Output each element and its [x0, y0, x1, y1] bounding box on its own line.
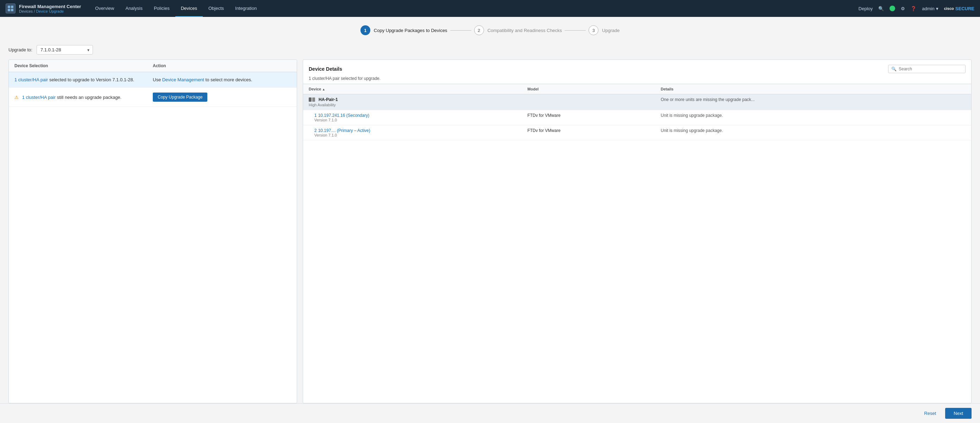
- table-row: 2 10.197.... (Primary – Active) Version …: [303, 125, 971, 140]
- step-3-circle: 3: [589, 25, 598, 35]
- device-management-link[interactable]: Device Management: [162, 77, 204, 82]
- stepper: 1 Copy Upgrade Packages to Devices 2 Com…: [8, 25, 972, 35]
- nav-integration[interactable]: Integration: [229, 0, 262, 17]
- row1-selection: 1 cluster/HA pair selected to upgrade to…: [14, 77, 153, 82]
- app-logo-icon: [6, 3, 16, 13]
- row2-text: still needs an upgrade package.: [57, 95, 122, 100]
- dev1-details-cell: Unit is missing upgrade package.: [655, 110, 971, 125]
- breadcrumb-current[interactable]: Device Upgrade: [36, 9, 64, 13]
- ha-icon: [309, 97, 315, 102]
- reset-button[interactable]: Reset: [919, 408, 941, 419]
- admin-menu[interactable]: admin ▾: [922, 6, 938, 11]
- step-2-label: Compatibility and Readiness Checks: [488, 28, 562, 33]
- list-item: ⚠ 1 cluster/HA pair still needs an upgra…: [9, 87, 297, 107]
- dev2-index: 2: [314, 128, 317, 133]
- dev2-details: Unit is missing upgrade package.: [661, 128, 723, 133]
- next-button[interactable]: Next: [945, 408, 972, 419]
- dev2-number: 2 10.197.... (Primary – Active): [314, 128, 516, 133]
- ha-group-details-cell: One or more units are missing the upgrad…: [655, 94, 971, 110]
- breadcrumb-parent: Devices: [19, 9, 33, 13]
- right-panel-header: Device Details 🔍 1 cluster/HA pair selec…: [303, 60, 971, 84]
- row1-text: selected to upgrade to Version 7.1.0.1-2…: [49, 77, 134, 82]
- dev1-details: Unit is missing upgrade package.: [661, 113, 723, 118]
- search-icon: 🔍: [891, 67, 897, 72]
- nav-devices[interactable]: Devices: [175, 0, 203, 17]
- table-row: 1 10.197.241.16 (Secondary) Version 7.1.…: [303, 110, 971, 125]
- svg-rect-2: [8, 9, 10, 11]
- ha-group-details: One or more units are missing the upgrad…: [661, 97, 755, 102]
- nav-analysis[interactable]: Analysis: [120, 0, 148, 17]
- dev2-version: Version 7.1.0: [314, 133, 516, 137]
- step-2-circle: 2: [474, 25, 484, 35]
- step-3-label: Upgrade: [602, 28, 620, 33]
- col-device-selection: Device Selection: [14, 64, 153, 68]
- dev2-model: FTDv for VMware: [527, 128, 560, 133]
- dev1-index: 1: [314, 113, 317, 118]
- copy-upgrade-package-button[interactable]: Copy Upgrade Package: [153, 92, 207, 102]
- device-table: Device Model Details: [303, 84, 971, 140]
- status-indicator: [889, 6, 895, 11]
- col-device[interactable]: Device: [303, 84, 522, 94]
- col-action: Action: [153, 64, 291, 68]
- row1-action-prefix: Use: [153, 77, 162, 82]
- nav-policies[interactable]: Policies: [148, 0, 175, 17]
- ha-group-model-cell: [522, 94, 655, 110]
- nav-objects[interactable]: Objects: [203, 0, 229, 17]
- dev1-model: FTDv for VMware: [527, 113, 560, 118]
- right-panel: Device Details 🔍 1 cluster/HA pair selec…: [303, 59, 972, 403]
- svg-rect-3: [11, 9, 13, 11]
- secure-text: SECURE: [955, 6, 974, 11]
- right-panel-title: Device Details: [309, 66, 342, 72]
- list-item: 1 cluster/HA pair selected to upgrade to…: [9, 72, 297, 87]
- dev2-name-link[interactable]: 10.197.... (Primary – Active): [318, 128, 370, 133]
- search-input[interactable]: [899, 67, 963, 72]
- row1-action: Use Device Management to select more dev…: [153, 77, 291, 82]
- nav-right: Deploy 🔍 ⚙ ❓ admin ▾ cisco SECURE: [859, 6, 974, 11]
- device-table-wrapper: Device Model Details: [303, 84, 971, 140]
- col-model: Model: [522, 84, 655, 94]
- row2-selection: ⚠ 1 cluster/HA pair still needs an upgra…: [14, 95, 153, 100]
- ha-group-name: HA-Pair-1: [309, 97, 516, 102]
- upgrade-to-label: Upgrade to:: [8, 47, 32, 52]
- nav-overview[interactable]: Overview: [89, 0, 120, 17]
- cisco-logo-text: cisco: [944, 6, 954, 11]
- dev2-name-cell: 2 10.197.... (Primary – Active) Version …: [303, 125, 522, 140]
- settings-icon[interactable]: ⚙: [901, 6, 905, 11]
- upgrade-version-select[interactable]: 7.1.0.1-28: [37, 45, 93, 54]
- cisco-secure-logo: cisco SECURE: [944, 6, 974, 11]
- upgrade-version-wrapper: 7.1.0.1-28: [37, 45, 93, 54]
- ha-type: High Availability: [309, 103, 516, 107]
- ha-name-text: HA-Pair-1: [318, 97, 338, 102]
- dev2-details-cell: Unit is missing upgrade package.: [655, 125, 971, 140]
- nav-title-group: Firewall Management Center Devices / Dev…: [19, 4, 81, 13]
- table-header-row: Device Model Details: [303, 84, 971, 94]
- breadcrumb: Devices / Device Upgrade: [19, 9, 81, 13]
- dev1-model-cell: FTDv for VMware: [522, 110, 655, 125]
- dev2-model-cell: FTDv for VMware: [522, 125, 655, 140]
- step-1-label: Copy Upgrade Packages to Devices: [374, 28, 447, 33]
- step-3: 3 Upgrade: [589, 25, 620, 35]
- upgrade-to-row: Upgrade to: 7.1.0.1-28: [8, 45, 972, 54]
- search-icon[interactable]: 🔍: [878, 6, 884, 11]
- cluster-ha-link-1[interactable]: 1 cluster/HA pair: [14, 77, 48, 82]
- step-2: 2 Compatibility and Readiness Checks: [474, 25, 562, 35]
- panel-header: Device Selection Action: [9, 60, 297, 72]
- search-box[interactable]: 🔍: [888, 65, 966, 73]
- help-icon[interactable]: ❓: [911, 6, 916, 11]
- deploy-button[interactable]: Deploy: [859, 6, 873, 11]
- step-1: 1 Copy Upgrade Packages to Devices: [360, 25, 447, 35]
- cluster-ha-link-2[interactable]: 1 cluster/HA pair: [22, 95, 56, 100]
- device-table-body: HA-Pair-1 High Availability One or more …: [303, 94, 971, 140]
- dev1-name-cell: 1 10.197.241.16 (Secondary) Version 7.1.…: [303, 110, 522, 125]
- main-nav: Overview Analysis Policies Devices Objec…: [89, 0, 262, 17]
- main-content: 1 Copy Upgrade Packages to Devices 2 Com…: [0, 17, 980, 403]
- table-row: HA-Pair-1 High Availability One or more …: [303, 94, 971, 110]
- dev1-name-link[interactable]: 10.197.241.16 (Secondary): [318, 113, 369, 118]
- step-1-circle: 1: [360, 25, 370, 35]
- panel-row: Device Selection Action 1 cluster/HA pai…: [8, 59, 972, 403]
- nav-logo: Firewall Management Center Devices / Dev…: [6, 3, 81, 13]
- ha-group-name-cell: HA-Pair-1 High Availability: [303, 94, 522, 110]
- right-panel-title-row: Device Details 🔍: [309, 65, 966, 73]
- dev1-version: Version 7.1.0: [314, 118, 516, 122]
- device-table-head: Device Model Details: [303, 84, 971, 94]
